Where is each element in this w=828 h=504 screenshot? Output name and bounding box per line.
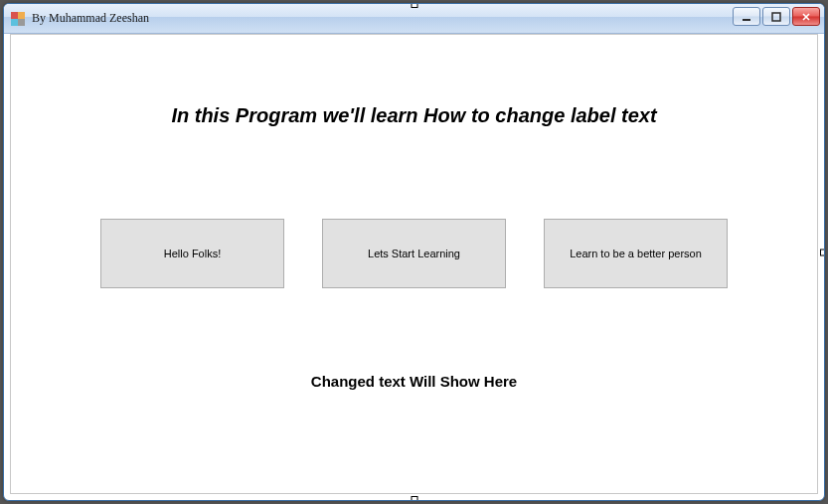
- resize-handle-right[interactable]: [820, 249, 825, 255]
- button-label: Lets Start Learning: [368, 248, 460, 259]
- svg-rect-1: [772, 13, 780, 21]
- resize-handle-bottom[interactable]: [411, 496, 417, 501]
- button-label: Learn to be a better person: [570, 248, 702, 259]
- button-row: Hello Folks! Lets Start Learning Learn t…: [100, 219, 728, 288]
- app-icon: [10, 11, 26, 27]
- button-label: Hello Folks!: [164, 248, 221, 259]
- window-title: By Muhammad Zeeshan: [32, 11, 149, 26]
- window-controls: [733, 7, 820, 26]
- maximize-button[interactable]: [762, 7, 790, 26]
- minimize-icon: [742, 12, 751, 22]
- minimize-button[interactable]: [733, 7, 760, 26]
- better-person-button[interactable]: Learn to be a better person: [544, 219, 728, 288]
- close-icon: [801, 12, 811, 22]
- titlebar: By Muhammad Zeeshan: [4, 4, 824, 34]
- svg-rect-0: [743, 19, 750, 21]
- app-window: By Muhammad Zeeshan In this Program we'l…: [3, 3, 825, 501]
- start-learning-button[interactable]: Lets Start Learning: [322, 219, 506, 288]
- client-area: In this Program we'll learn How to chang…: [10, 34, 818, 494]
- close-button[interactable]: [792, 7, 820, 26]
- maximize-icon: [771, 12, 781, 22]
- heading-label: In this Program we'll learn How to chang…: [11, 104, 817, 127]
- hello-folks-button[interactable]: Hello Folks!: [100, 219, 284, 288]
- output-label: Changed text Will Show Here: [11, 373, 817, 390]
